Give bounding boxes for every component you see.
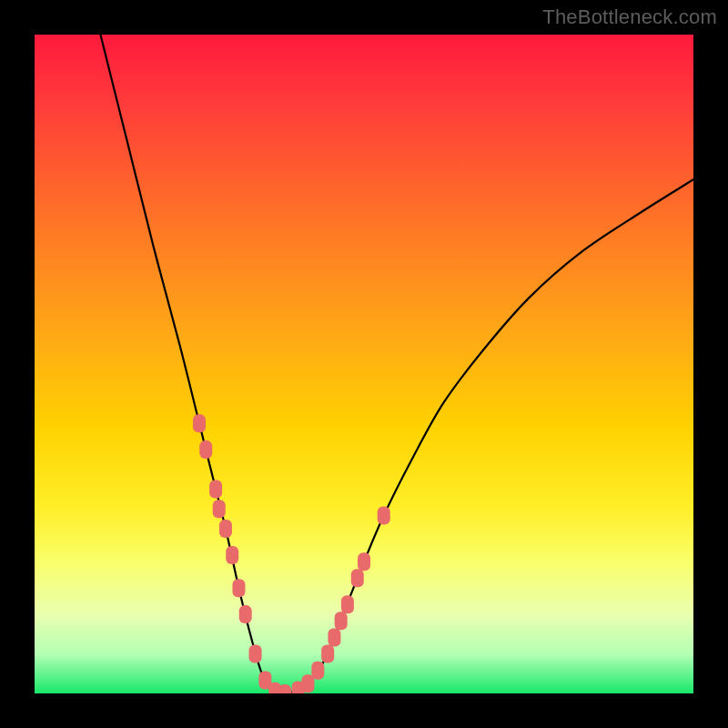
curve-marker bbox=[351, 569, 364, 587]
marker-group bbox=[193, 414, 390, 693]
chart-frame: TheBottleneck.com bbox=[0, 0, 728, 728]
curve-marker bbox=[209, 480, 222, 499]
curve-marker bbox=[219, 520, 232, 538]
curve-marker bbox=[321, 645, 334, 663]
curve-marker bbox=[278, 684, 291, 693]
bottleneck-curve bbox=[100, 35, 693, 693]
curve-marker bbox=[239, 605, 252, 623]
curve-marker bbox=[249, 645, 262, 663]
watermark-text: TheBottleneck.com bbox=[542, 5, 717, 29]
curve-marker bbox=[335, 612, 348, 630]
curve-marker bbox=[378, 507, 390, 525]
curve-marker bbox=[232, 579, 245, 597]
curve-marker bbox=[292, 681, 305, 693]
curve-marker bbox=[199, 440, 212, 459]
curve-marker bbox=[268, 682, 281, 693]
curve-marker bbox=[328, 628, 340, 646]
curve-marker bbox=[311, 662, 324, 680]
curve-layer bbox=[35, 35, 693, 693]
curve-marker bbox=[213, 500, 226, 518]
curve-marker bbox=[193, 414, 206, 432]
curve-marker bbox=[341, 595, 354, 613]
curve-marker bbox=[358, 552, 370, 571]
curve-marker bbox=[226, 546, 238, 564]
curve-marker bbox=[258, 672, 271, 690]
curve-marker bbox=[301, 674, 314, 693]
plot-area bbox=[35, 35, 693, 693]
